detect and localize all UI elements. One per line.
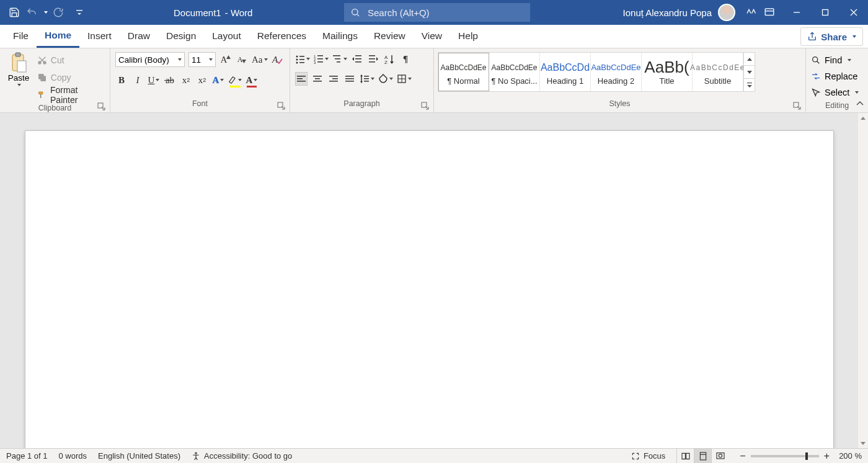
tab-layout[interactable]: Layout [204, 24, 249, 48]
bullets-button[interactable] [295, 52, 310, 66]
document-page[interactable] [25, 130, 834, 448]
sort-button[interactable]: AZ [383, 52, 396, 66]
chevron-down-icon[interactable] [17, 84, 21, 86]
search-box[interactable] [344, 3, 530, 22]
scroll-up-icon[interactable] [858, 113, 868, 123]
style-item[interactable]: AaBbCcDdHeading 1 [540, 53, 591, 91]
format-painter-button[interactable]: Format Painter [37, 87, 105, 103]
status-words[interactable]: 0 words [59, 451, 87, 461]
gallery-down-button[interactable] [744, 66, 755, 79]
focus-mode-button[interactable]: Focus [631, 451, 665, 461]
multilevel-list-button[interactable] [332, 52, 347, 66]
svg-rect-79 [700, 452, 706, 460]
style-item[interactable]: AaBbCcDdEe¶ No Spaci... [489, 53, 540, 91]
strikethrough-button[interactable]: ab [164, 73, 176, 87]
font-color-button[interactable]: A [246, 73, 258, 87]
scroll-track[interactable] [858, 123, 868, 438]
zoom-out-button[interactable]: − [740, 451, 745, 462]
zoom-slider[interactable] [751, 455, 819, 457]
text-effects-button[interactable]: A [212, 73, 224, 87]
copy-button[interactable]: Copy [37, 70, 105, 86]
shading-button[interactable] [378, 72, 393, 86]
svg-rect-54 [313, 76, 322, 77]
status-page[interactable]: Page 1 of 1 [6, 451, 48, 461]
web-layout-button[interactable] [711, 449, 728, 464]
tab-references[interactable]: References [249, 24, 314, 48]
borders-button[interactable] [397, 72, 412, 86]
status-accessibility[interactable]: Accessibility: Good to go [192, 451, 292, 461]
tab-file[interactable]: File [5, 24, 37, 48]
cut-button[interactable]: Cut [37, 52, 105, 68]
font-name-combo[interactable]: Calibri (Body) [115, 52, 185, 67]
underline-button[interactable]: U [148, 73, 160, 87]
gallery-up-button[interactable] [744, 53, 755, 66]
status-language[interactable]: English (United States) [98, 451, 180, 461]
maximize-button[interactable] [811, 0, 839, 25]
replace-button[interactable]: Replace [811, 68, 857, 84]
increase-indent-button[interactable] [367, 52, 379, 66]
align-right-button[interactable] [327, 72, 340, 86]
scroll-down-icon[interactable] [858, 438, 868, 448]
tab-view[interactable]: View [414, 24, 450, 48]
collapse-ribbon-button[interactable] [856, 99, 864, 110]
tab-draw[interactable]: Draw [120, 24, 158, 48]
italic-button[interactable]: I [131, 73, 144, 87]
decrease-indent-button[interactable] [351, 52, 363, 66]
dialog-launcher-icon[interactable] [421, 102, 430, 110]
select-button[interactable]: Select [811, 84, 859, 101]
tab-review[interactable]: Review [366, 24, 414, 48]
dialog-launcher-icon[interactable] [277, 102, 286, 110]
show-marks-button[interactable]: ¶ [399, 52, 412, 66]
align-left-button[interactable] [295, 72, 308, 86]
font-size-combo[interactable]: 11 [188, 52, 216, 67]
style-item[interactable]: AaBb(Title [642, 53, 693, 91]
find-button[interactable]: Find [811, 52, 851, 68]
style-item[interactable]: AaBbCcDdEe¶ Normal [438, 53, 489, 91]
ribbon-display-icon[interactable] [763, 6, 776, 19]
tab-design[interactable]: Design [158, 24, 204, 48]
tab-insert[interactable]: Insert [79, 24, 120, 48]
minimize-button[interactable] [782, 0, 811, 25]
user-name[interactable]: Ionuț Alexandru Popa [623, 7, 712, 18]
grow-font-button[interactable]: A [219, 53, 232, 66]
zoom-level[interactable]: 200 % [835, 451, 862, 461]
print-layout-button[interactable] [694, 449, 711, 464]
gallery-more-button[interactable] [744, 79, 755, 91]
clear-formatting-button[interactable]: A [272, 53, 284, 66]
line-spacing-button[interactable] [360, 72, 374, 86]
style-name: ¶ No Spaci... [491, 76, 537, 86]
shrink-font-button[interactable]: A [236, 53, 248, 66]
coming-soon-icon[interactable] [744, 6, 758, 19]
share-button[interactable]: Share [800, 27, 863, 46]
search-input[interactable] [366, 7, 524, 19]
superscript-button[interactable]: x2 [196, 73, 208, 87]
bold-button[interactable]: B [115, 73, 128, 87]
numbering-button[interactable]: 123 [314, 52, 329, 66]
avatar[interactable] [718, 4, 735, 21]
zoom-in-button[interactable]: + [824, 451, 830, 462]
qat-customize-icon[interactable] [73, 6, 86, 19]
save-icon[interactable] [7, 6, 21, 19]
svg-rect-68 [364, 81, 369, 82]
subscript-button[interactable]: x2 [180, 73, 192, 87]
tab-home[interactable]: Home [37, 24, 79, 48]
style-item[interactable]: AaBbCcDdEeSubtitle [693, 53, 743, 91]
dialog-launcher-icon[interactable] [793, 102, 802, 110]
dialog-launcher-icon[interactable] [97, 102, 106, 111]
close-button[interactable] [839, 0, 868, 25]
tab-help[interactable]: Help [450, 24, 486, 48]
undo-icon[interactable] [25, 6, 38, 19]
zoom-thumb[interactable] [805, 452, 808, 460]
tab-mailings[interactable]: Mailings [314, 24, 366, 48]
redo-icon[interactable] [51, 6, 65, 19]
change-case-button[interactable]: Aa [252, 53, 268, 66]
justify-button[interactable] [343, 72, 356, 86]
paste-button[interactable]: Paste [5, 52, 32, 86]
svg-point-24 [296, 56, 298, 58]
undo-dropdown-icon[interactable] [44, 11, 48, 14]
highlight-button[interactable] [228, 73, 242, 87]
read-mode-button[interactable] [676, 449, 694, 464]
style-item[interactable]: AaBbCcDdEeHeading 2 [591, 53, 642, 91]
align-center-button[interactable] [311, 72, 324, 86]
vertical-scrollbar[interactable] [858, 113, 868, 448]
